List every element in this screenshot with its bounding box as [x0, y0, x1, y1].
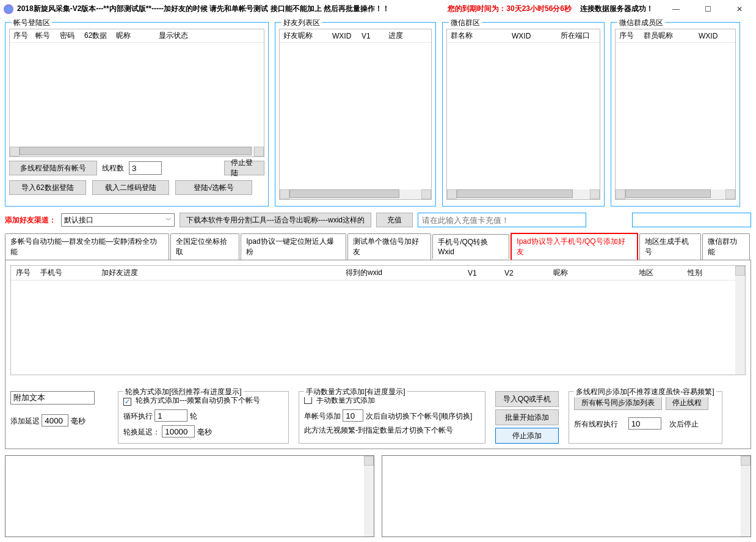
- thread-label: 线程数: [102, 163, 124, 174]
- col-prog: 进度: [388, 31, 403, 41]
- tab-6[interactable]: 地区生成手机号: [639, 233, 702, 260]
- tab-3[interactable]: 测试单个微信号加好友: [347, 233, 431, 260]
- log-left-vscroll[interactable]: [364, 456, 374, 537]
- bgc-3: 得到的wxid: [346, 268, 468, 278]
- stop-thread-button[interactable]: 停止线程: [666, 395, 708, 410]
- multi-legend: 多线程同步添加[不推荐速度虽快-容易频繁]: [574, 387, 716, 397]
- all-exec-input[interactable]: [628, 417, 661, 430]
- rotation-checkbox[interactable]: ✓: [123, 398, 131, 406]
- single-tail: 次后自动切换下个帐号[顺序切换]: [366, 412, 473, 420]
- multithread-fieldset: 多线程同步添加[不推荐速度虽快-容易频繁] 所有帐号同步添加列表 停止线程 所有…: [569, 391, 722, 444]
- loop-label: 循环执行: [123, 412, 153, 420]
- loop-unit: 轮: [190, 412, 197, 420]
- col-wxid: WXID: [332, 32, 362, 40]
- tab-2[interactable]: Ipad协议一键定位附近人爆粉: [241, 233, 346, 260]
- rotdelay-unit: 毫秒: [197, 428, 212, 436]
- friends-zone: 好友列表区 好友昵称 WXID V1 进度: [275, 22, 436, 207]
- thread-input[interactable]: [129, 161, 162, 175]
- qr-login-button[interactable]: 载入二维码登陆: [92, 180, 169, 195]
- minimize-button[interactable]: —: [667, 2, 685, 16]
- col-v1: V1: [362, 32, 388, 40]
- tab-4[interactable]: 手机号/QQ转换Wxid: [432, 234, 509, 259]
- sync-add-button[interactable]: 所有帐号同步添加列表: [574, 395, 662, 410]
- maximize-button[interactable]: ☐: [699, 2, 717, 16]
- loop-input[interactable]: [154, 409, 187, 422]
- tab-7[interactable]: 微信群功能: [702, 233, 750, 260]
- single-input[interactable]: [343, 409, 363, 422]
- col-fnick: 好友昵称: [283, 31, 332, 41]
- bgc-6: 昵称: [553, 268, 639, 278]
- friends-legend: 好友列表区: [282, 18, 322, 28]
- attach-text-input[interactable]: [10, 391, 95, 405]
- tab-0[interactable]: 多帐号自动功能―群发全功能―安静清粉全功能: [5, 233, 169, 260]
- action-buttons-col: 导入QQ或手机 批量开始添加 停止添加: [495, 391, 559, 444]
- result-grid[interactable]: 序号 手机号 加好友进度 得到的wxid V1 V2 昵称 地区 性别: [10, 265, 746, 375]
- manual-cb-label: 手动数量方式添加: [316, 396, 375, 405]
- channel-select[interactable]: 默认接口 ﹀: [61, 213, 175, 227]
- tabs-row: 多帐号自动功能―群发全功能―安静清粉全功能 全国定位坐标拾取 Ipad协议一键定…: [5, 232, 751, 260]
- groups-legend: 微信群区: [449, 18, 482, 28]
- all-exec-tail: 次后停止: [669, 420, 699, 428]
- col-mseq: 序号: [619, 31, 644, 41]
- rotdelay-input[interactable]: [162, 425, 195, 438]
- bgc-8: 性别: [688, 268, 702, 278]
- batch-start-button[interactable]: 批量开始添加: [495, 409, 559, 425]
- col-mwxid: WXID: [699, 32, 718, 40]
- col-status: 显示状态: [159, 31, 188, 41]
- groups-hscroll[interactable]: [447, 189, 600, 199]
- col-mnick: 群员昵称: [644, 31, 699, 41]
- extra-blue-input[interactable]: [632, 213, 751, 227]
- col-seq: 序号: [13, 31, 35, 41]
- bgc-0: 序号: [16, 268, 40, 278]
- title-bar: 2018新旋风采集-V2版本---**内部测试版**-----加好友的时候 请先…: [0, 0, 756, 18]
- log-area-left[interactable]: [5, 455, 374, 537]
- rotation-fieldset: 轮换方式添加[强烈推荐-有进度显示] ✓ 轮换方式添加---频繁自动切换下个帐号…: [118, 391, 289, 444]
- stop-add-button[interactable]: 停止添加: [495, 428, 559, 444]
- col-gport: 所在端口: [561, 31, 590, 41]
- friends-grid[interactable]: 好友昵称 WXID V1 进度: [279, 29, 432, 200]
- log-right-vscroll[interactable]: [741, 456, 751, 537]
- manual-fieldset: 手动数量方式添加[有进度显示] 手动数量方式添加 单帐号添加 次后自动切换下个帐…: [299, 391, 485, 444]
- groups-grid[interactable]: 群名称 WXID 所在端口: [446, 29, 600, 200]
- chevron-down-icon: ﹀: [165, 216, 172, 224]
- bgc-7: 地区: [639, 268, 688, 278]
- close-button[interactable]: ✕: [730, 2, 749, 16]
- col-62: 62数据: [84, 31, 116, 41]
- bgc-5: V2: [504, 269, 553, 277]
- delay-input[interactable]: [42, 414, 68, 427]
- app-icon: [4, 4, 13, 14]
- col-pwd: 密码: [60, 31, 84, 41]
- login-selected-button[interactable]: 登陆√选帐号: [175, 180, 252, 195]
- col-gwxid: WXID: [512, 32, 561, 40]
- friends-hscroll[interactable]: [280, 189, 431, 199]
- attach-col: 添加延迟 毫秒: [10, 391, 108, 444]
- import-62-button[interactable]: 导入62数据登陆: [9, 180, 86, 195]
- tab-panel: 序号 手机号 加好友进度 得到的wxid V1 V2 昵称 地区 性别 添加延迟…: [5, 260, 751, 449]
- tab-1[interactable]: 全国定位坐标拾取: [170, 233, 240, 260]
- login-grid[interactable]: 序号 帐号 密码 62数据 昵称 显示状态: [9, 29, 264, 157]
- members-grid[interactable]: 序号 群员昵称 WXID: [615, 29, 736, 200]
- multi-login-button[interactable]: 多线程登陆所有帐号: [9, 161, 97, 175]
- groups-zone: 微信群区 群名称 WXID 所在端口: [442, 22, 605, 207]
- manual-legend: 手动数量方式添加[有进度显示]: [304, 387, 407, 397]
- col-acct: 帐号: [35, 31, 60, 41]
- result-vscroll[interactable]: [735, 266, 745, 375]
- channel-label: 添加好友渠道：: [5, 215, 56, 225]
- stop-login-button[interactable]: 停止登陆: [224, 161, 264, 175]
- login-hscroll[interactable]: [10, 147, 264, 156]
- split-tool-button[interactable]: 下载本软件专用分割工具---适合导出昵称----wxid这样的: [180, 213, 371, 227]
- log-area-right[interactable]: [382, 455, 751, 537]
- status-bar: 微信营销 初始化完成！: [0, 540, 756, 542]
- import-qq-phone-button[interactable]: 导入QQ或手机: [495, 391, 559, 407]
- rotation-cb-label: 轮换方式添加---频繁自动切换下个帐号: [136, 396, 260, 405]
- recharge-input[interactable]: [418, 213, 586, 227]
- col-nick: 昵称: [116, 31, 159, 41]
- rotdelay-label: 轮换延迟：: [123, 428, 160, 436]
- recharge-button[interactable]: 充值: [376, 213, 413, 227]
- delay-unit: 毫秒: [71, 417, 85, 425]
- channel-selected: 默认接口: [64, 215, 93, 225]
- members-hscroll[interactable]: [616, 189, 735, 199]
- bgc-1: 手机号: [40, 268, 101, 278]
- tab-5[interactable]: Ipad协议导入手机号/QQ号添加好友: [511, 233, 638, 260]
- col-gname: 群名称: [451, 31, 512, 41]
